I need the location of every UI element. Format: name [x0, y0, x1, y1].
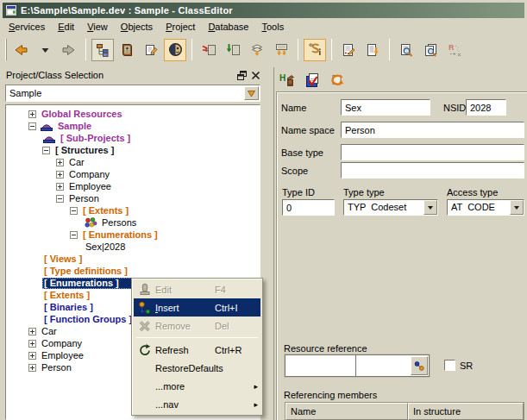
- expand-icon[interactable]: [28, 328, 36, 335]
- tree-label: Global Resources: [40, 109, 124, 120]
- book-icon: [120, 43, 134, 57]
- class-filter-combo: [5, 85, 260, 102]
- export-all-button[interactable]: [270, 39, 292, 61]
- context-menu-item-remove: RemoveDel: [134, 317, 260, 335]
- revert-button[interactable]: [328, 71, 347, 90]
- toolbar-grip[interactable]: [5, 39, 7, 60]
- export-stack-icon: [250, 43, 264, 57]
- expand-icon[interactable]: [56, 171, 64, 179]
- resource-reference-name-input[interactable]: [356, 355, 410, 376]
- catalog-button[interactable]: [116, 39, 138, 61]
- sr-checkbox[interactable]: [444, 360, 455, 371]
- name-field[interactable]: [341, 99, 430, 116]
- column-header-in-structure[interactable]: In structure: [408, 403, 524, 420]
- class-filter-input[interactable]: [7, 86, 244, 100]
- menu-item-objects[interactable]: Objects: [115, 20, 160, 34]
- expand-icon[interactable]: [28, 352, 36, 360]
- tree-row-extents[interactable]: [ Extents ]: [6, 204, 260, 216]
- script-info-button[interactable]: [304, 39, 326, 61]
- tree-row-views[interactable]: [ Views ]: [6, 253, 260, 265]
- menu-item-view[interactable]: View: [81, 20, 115, 34]
- column-header-name[interactable]: Name: [285, 403, 408, 420]
- tree-row-employee[interactable]: Employee: [6, 180, 260, 192]
- access-type-dropdown-button[interactable]: [510, 200, 524, 215]
- name-label: Name: [281, 103, 306, 113]
- tree-row-car[interactable]: Car: [6, 156, 260, 168]
- tree-row-persons[interactable]: Persons: [6, 216, 260, 229]
- float-icon[interactable]: [237, 71, 247, 80]
- tree-row-company[interactable]: Company: [6, 168, 260, 180]
- type-id-field[interactable]: [282, 199, 335, 216]
- expand-icon[interactable]: [28, 110, 36, 118]
- find-all-button[interactable]: [419, 39, 442, 61]
- back-button[interactable]: [9, 39, 32, 61]
- import-button[interactable]: [198, 39, 220, 61]
- tree-label: [ Extents ]: [42, 290, 91, 301]
- export-stack-button[interactable]: [246, 39, 268, 61]
- base-type-field[interactable]: [341, 144, 524, 160]
- expand-icon[interactable]: [56, 183, 64, 191]
- context-menu-item-insert[interactable]: InsertCtrl+I: [134, 298, 260, 317]
- access-type-select[interactable]: AT CODE: [447, 199, 524, 216]
- edit-entry-button[interactable]: [140, 39, 162, 61]
- resource-reference-pick-button[interactable]: [411, 356, 428, 375]
- refresh-icon: [138, 343, 152, 357]
- nav-options-button[interactable]: R: [443, 39, 466, 61]
- type-type-select[interactable]: TYP Codeset: [343, 199, 438, 216]
- collapse-icon[interactable]: [42, 147, 50, 154]
- menu-item-tools[interactable]: Tools: [255, 20, 291, 34]
- apply-button[interactable]: [303, 71, 322, 90]
- panel-splitter[interactable]: [264, 67, 274, 420]
- tree-row-sub-projects[interactable]: [ Sub-Projects ]: [6, 132, 260, 144]
- expand-icon[interactable]: [56, 159, 64, 166]
- forward-button[interactable]: [58, 39, 80, 61]
- edit-stamp-icon: [138, 283, 152, 297]
- collapse-icon[interactable]: [70, 207, 78, 215]
- tree-row-global-resources[interactable]: Global Resources: [6, 108, 260, 120]
- nav-r-icon: R: [448, 43, 462, 57]
- class-editor-button[interactable]: [164, 39, 186, 61]
- toolbar-separator: [389, 39, 390, 60]
- project-icon: [42, 133, 56, 144]
- context-menu-item-more[interactable]: ...more▸: [134, 377, 260, 395]
- combo-dropdown-button[interactable]: [244, 86, 259, 100]
- expand-icon[interactable]: [28, 340, 36, 348]
- expand-icon[interactable]: [28, 364, 36, 372]
- context-menu-item-refresh[interactable]: RefreshCtrl+R: [134, 341, 260, 359]
- type-id-label: Type ID: [282, 187, 315, 197]
- save-document-button[interactable]: [361, 39, 384, 61]
- check-document-button[interactable]: [337, 39, 360, 61]
- type-type-dropdown-button[interactable]: [423, 200, 437, 215]
- namespace-field[interactable]: [341, 122, 524, 138]
- collapse-icon[interactable]: [28, 122, 36, 130]
- import-all-button[interactable]: [222, 39, 244, 61]
- collapse-icon[interactable]: [56, 195, 64, 203]
- tree-row-structures[interactable]: [ Structures ]: [6, 144, 260, 156]
- tree-row-enumerations[interactable]: [ Enumerations ]: [6, 229, 260, 241]
- menu-item-services[interactable]: Services: [3, 20, 52, 34]
- main-toolbar: R: [3, 34, 524, 65]
- tree-row-type-definitions[interactable]: [ Type definitions ]: [6, 265, 260, 277]
- nsid-field[interactable]: [466, 99, 506, 116]
- back-history-button[interactable]: [34, 39, 56, 61]
- combo-down-arrow-icon: [247, 89, 256, 98]
- tree-label: Employee: [67, 181, 113, 192]
- scope-field[interactable]: [341, 162, 524, 179]
- resource-reference-id-input[interactable]: [285, 355, 356, 376]
- tree-row-sample[interactable]: Sample: [6, 120, 260, 132]
- find-document-button[interactable]: [395, 39, 417, 61]
- toolbar-separator: [85, 39, 86, 60]
- menu-item-database[interactable]: Database: [202, 20, 255, 34]
- menu-item-edit[interactable]: Edit: [52, 20, 81, 34]
- context-menu-item-nav[interactable]: ...nav▸: [134, 395, 260, 413]
- scope-label: Scope: [281, 166, 308, 176]
- context-menu-item-restoredefaults[interactable]: RestoreDefaults: [134, 359, 260, 377]
- tree-label: Persons: [100, 217, 138, 229]
- collapse-icon[interactable]: [70, 231, 78, 239]
- close-icon[interactable]: [251, 71, 260, 80]
- hierarchy-view-button[interactable]: [91, 39, 114, 61]
- tree-row-person[interactable]: Person: [6, 192, 260, 204]
- menu-item-project[interactable]: Project: [160, 20, 202, 34]
- history-button[interactable]: H: [278, 71, 297, 90]
- tree-row-sex-2028[interactable]: Sex|2028: [6, 241, 260, 253]
